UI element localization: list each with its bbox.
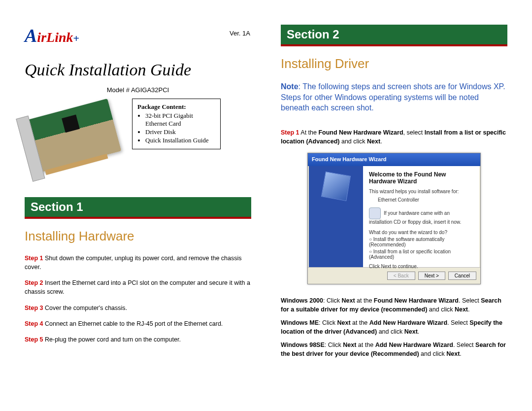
- section-2-bar: Section 2: [281, 25, 507, 46]
- doc-title: Quick Installation Guide: [25, 61, 251, 79]
- brand-logo: AirLink+: [25, 25, 94, 47]
- wizard-cancel-button[interactable]: Cancel: [448, 272, 476, 280]
- package-item: Driver Disk: [145, 128, 215, 136]
- wizard-main: Welcome to the Found New Hardware Wizard…: [363, 166, 479, 267]
- section-2-heading: Installing Driver: [281, 56, 507, 71]
- product-image: [25, 99, 123, 172]
- model-number: Model # AGIGA32PCI: [25, 86, 251, 94]
- wizard-option-auto[interactable]: Install the software automatically (Reco…: [369, 237, 473, 247]
- product-row: Package Content: 32-bit PCI Gigabit Ethe…: [25, 99, 251, 172]
- cd-icon: [369, 207, 381, 219]
- hw-step-4: Step 4 Connect an Ethernet cable to the …: [25, 319, 251, 328]
- right-column: Section 2 Installing Driver Note: The fo…: [266, 0, 532, 411]
- package-item: Quick Installation Guide: [145, 137, 215, 144]
- wizard-footer: < Back Next > Cancel: [308, 267, 480, 283]
- wizard-help-text: This wizard helps you install software f…: [369, 189, 473, 194]
- wizard-next-button[interactable]: Next >: [418, 272, 445, 280]
- os-note-win98se: Windows 98SE: Click Next at the Add New …: [281, 341, 507, 358]
- package-item: 32-bit PCI Gigabit Ethernet Card: [145, 112, 215, 128]
- hw-step-5: Step 5 Re-plug the power cord and turn o…: [25, 335, 251, 344]
- package-list: 32-bit PCI Gigabit Ethernet Card Driver …: [137, 112, 215, 144]
- wizard-sidebar: [309, 166, 363, 267]
- left-column: AirLink+ Ver. 1A Quick Installation Guid…: [0, 0, 266, 411]
- os-note-winme: Windows ME: Click Next at the Add New Ha…: [281, 319, 507, 336]
- section-1-bar: Section 1: [25, 197, 251, 219]
- hw-step-3: Step 3 Cover the computer's chassis.: [25, 304, 251, 312]
- os-note-win2000: Windows 2000: Click Next at the Found Ne…: [281, 297, 507, 314]
- driver-step-1: Step 1 At the Found New Hardware Wizard,…: [281, 128, 507, 146]
- hw-step-1: Step 1 Shut down the computer, unplug it…: [25, 254, 251, 272]
- wizard-welcome: Welcome to the Found New Hardware Wizard: [369, 171, 473, 185]
- wizard-back-button[interactable]: < Back: [387, 272, 415, 280]
- found-new-hardware-wizard: Found New Hardware Wizard Welcome to the…: [307, 153, 481, 284]
- wizard-cd-hint: If your hardware came with an installati…: [369, 207, 473, 225]
- hw-step-2: Step 2 Insert the Ethernet card into a P…: [25, 278, 251, 296]
- version-label: Ver. 1A: [230, 30, 250, 37]
- section-1-heading: Installing Hardware: [25, 229, 251, 244]
- xp-note: Note: The following steps and screen sho…: [281, 81, 507, 113]
- package-heading: Package Content:: [137, 103, 215, 111]
- package-content-box: Package Content: 32-bit PCI Gigabit Ethe…: [132, 99, 221, 149]
- wizard-device: Ethernet Controller: [378, 197, 473, 203]
- wizard-option-advanced[interactable]: Install from a list or specific location…: [369, 249, 473, 260]
- wizard-question: What do you want the wizard to do?: [369, 230, 473, 235]
- wizard-continue: Click Next to continue.: [369, 264, 473, 269]
- wizard-titlebar: Found New Hardware Wizard: [308, 153, 480, 166]
- wizard-graphic-icon: [321, 171, 351, 201]
